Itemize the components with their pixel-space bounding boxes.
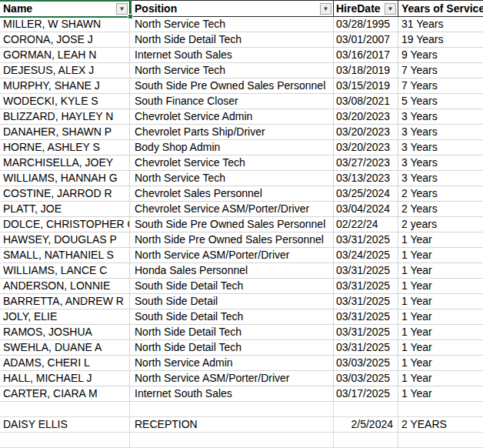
cell-hiredate[interactable]: 03/31/2025 [334,263,398,279]
cell-hiredate[interactable]: 03/04/2024 [334,202,398,217]
cell-name[interactable]: WODECKI, KYLE S [0,94,130,109]
cell-hiredate[interactable]: 03/01/2007 [334,32,398,48]
cell-hiredate[interactable]: 03/18/2019 [334,63,398,79]
cell-position[interactable]: North Side Detail Tech [130,340,334,356]
cell-years[interactable]: 1 Year [398,340,483,356]
cell-name[interactable]: DAISY ELLIS [0,417,130,433]
cell-years[interactable] [398,433,483,448]
cell-years[interactable]: 1 Year [398,386,483,402]
cell-position[interactable]: Chevrolet Service Tech [130,155,334,171]
cell-position[interactable]: South Finance Closer [130,94,334,109]
cell-hiredate[interactable]: 03/31/2025 [334,232,398,248]
header-cell-name[interactable]: Name ▼ [0,1,130,17]
cell-hiredate[interactable]: 03/25/2024 [334,186,398,202]
cell-name[interactable] [0,402,130,417]
cell-name[interactable]: JOLY, ELIE [0,309,130,325]
cell-hiredate[interactable]: 03/27/2023 [334,155,398,171]
cell-hiredate[interactable]: 03/20/2023 [334,140,398,155]
cell-hiredate[interactable]: 03/31/2025 [334,340,398,356]
cell-name[interactable]: CARTER, CIARA M [0,386,130,402]
cell-position[interactable]: South Side Pre Owned Sales Personnel [130,79,334,94]
cell-position[interactable]: South Side Detail Tech [130,279,334,294]
selection-fill-handle[interactable] [128,14,133,19]
cell-name[interactable]: SMALL, NATHANIEL S [0,248,130,263]
cell-years[interactable]: 1 Year [398,356,483,371]
cell-position[interactable]: Honda Sales Personnel [130,263,334,279]
cell-hiredate[interactable]: 03/20/2023 [334,109,398,125]
cell-position[interactable]: North Service ASM/Porter/Driver [130,248,334,263]
cell-position[interactable]: South Side Pre Owned Sales Personnel [130,217,334,232]
cell-name[interactable]: RAMOS, JOSHUA [0,325,130,340]
cell-years[interactable]: 3 Years [398,155,483,171]
cell-name[interactable]: BLIZZARD, HAYLEY N [0,109,130,125]
cell-name[interactable]: DOLCE, CHRISTOPHER C [0,217,130,232]
cell-position[interactable]: North Service Tech [130,171,334,186]
cell-years[interactable]: 1 Year [398,309,483,325]
cell-years[interactable]: 1 Year [398,232,483,248]
cell-hiredate[interactable]: 03/31/2025 [334,294,398,309]
cell-name[interactable]: ADAMS, CHERI L [0,356,130,371]
cell-hiredate[interactable]: 03/31/2025 [334,279,398,294]
cell-position[interactable] [130,433,334,448]
cell-name[interactable]: ANDERSON, LONNIE [0,279,130,294]
cell-years[interactable]: 1 Year [398,248,483,263]
cell-hiredate[interactable]: 03/03/2025 [334,356,398,371]
cell-name[interactable]: DANAHER, SHAWN P [0,125,130,140]
cell-position[interactable]: Internet South Sales [130,48,334,63]
cell-position[interactable]: Chevrolet Service Admin [130,109,334,125]
cell-years[interactable]: 3 Years [398,171,483,186]
position-filter-button[interactable]: ▼ [320,3,331,15]
cell-years[interactable]: 7 Years [398,63,483,79]
cell-hiredate[interactable]: 03/20/2023 [334,125,398,140]
cell-years[interactable] [398,402,483,417]
cell-position[interactable]: North Side Detail Tech [130,32,334,48]
cell-hiredate[interactable]: 03/28/1995 [334,17,398,32]
cell-years[interactable]: 1 Year [398,263,483,279]
cell-hiredate[interactable]: 03/31/2025 [334,309,398,325]
cell-position[interactable]: North Service Tech [130,63,334,79]
cell-name[interactable]: WILLIAMS, LANCE C [0,263,130,279]
cell-name[interactable]: BARRETTA, ANDREW R [0,294,130,309]
cell-position[interactable]: North Service Tech [130,17,334,32]
cell-name[interactable]: CORONA, JOSE J [0,32,130,48]
cell-years[interactable]: 19 Years [398,32,483,48]
cell-name[interactable]: MILLER, W SHAWN [0,17,130,32]
cell-hiredate[interactable]: 03/15/2019 [334,79,398,94]
cell-hiredate[interactable]: 03/31/2025 [334,325,398,340]
hiredate-filter-button[interactable]: ▼ [385,3,396,15]
header-cell-position[interactable]: Position ▼ [130,1,334,17]
cell-name[interactable]: DEJESUS, ALEX J [0,63,130,79]
cell-name[interactable]: MURPHY, SHANE J [0,79,130,94]
cell-hiredate[interactable]: 03/08/2021 [334,94,398,109]
cell-position[interactable]: Chevrolet Sales Personnel [130,186,334,202]
cell-name[interactable]: HALL, MICHAEL J [0,371,130,386]
cell-hiredate[interactable]: 03/03/2025 [334,371,398,386]
cell-hiredate[interactable]: 02/22/24 [334,217,398,232]
cell-position[interactable] [130,402,334,417]
cell-position[interactable]: RECEPTION [130,417,334,433]
cell-position[interactable]: Chevrolet Parts Ship/Driver [130,125,334,140]
cell-position[interactable]: North Side Pre Owned Sales Personnel [130,232,334,248]
cell-hiredate[interactable]: 03/16/2017 [334,48,398,63]
cell-years[interactable]: 2 Years [398,186,483,202]
cell-name[interactable]: MARCHISELLA, JOEY [0,155,130,171]
cell-years[interactable]: 3 Years [398,109,483,125]
cell-name[interactable]: HAWSEY, DOUGLAS P [0,232,130,248]
cell-position[interactable]: South Side Detail [130,294,334,309]
cell-years[interactable]: 1 Year [398,325,483,340]
cell-hiredate[interactable]: 03/13/2023 [334,171,398,186]
cell-name[interactable]: PLATT, JOE [0,202,130,217]
cell-name[interactable] [0,433,130,448]
cell-name[interactable]: SWEHLA, DUANE A [0,340,130,356]
cell-years[interactable]: 5 Years [398,94,483,109]
cell-position[interactable]: North Service ASM/Porter/Driver [130,371,334,386]
cell-hiredate[interactable]: 03/24/2025 [334,248,398,263]
cell-years[interactable]: 7 Years [398,79,483,94]
cell-years[interactable]: 1 Year [398,371,483,386]
cell-name[interactable]: COSTINE, JARROD R [0,186,130,202]
cell-position[interactable]: Chevrolet Service ASM/Porter/Driver [130,202,334,217]
cell-position[interactable]: South Side Detail Tech [130,309,334,325]
cell-years[interactable]: 2 YEARS [398,417,483,433]
cell-years[interactable]: 3 Years [398,125,483,140]
cell-position[interactable]: Body Shop Admin [130,140,334,155]
